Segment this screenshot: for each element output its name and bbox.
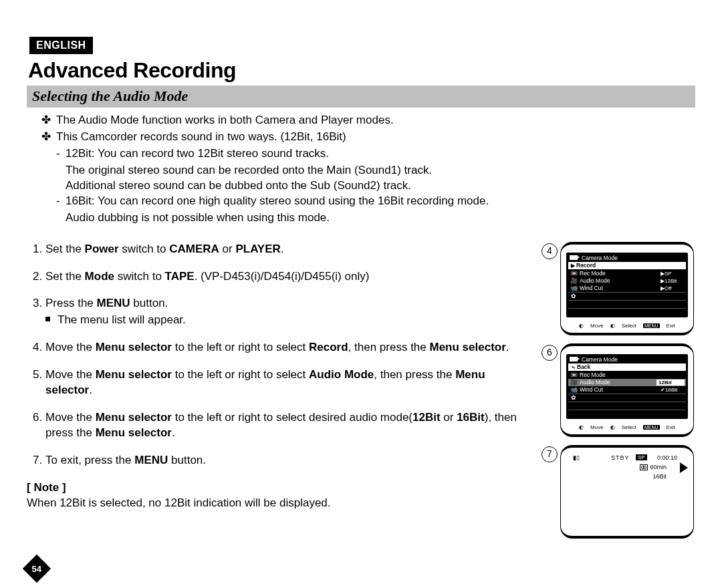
- note-label: [ Note ]: [27, 480, 535, 496]
- lcd-footer: ◐Move ◐Select MENUExit: [561, 323, 693, 329]
- note-text: When 12Bit is selected, no 12Bit indicat…: [27, 496, 535, 511]
- bit-indicator: 16Bit: [652, 473, 667, 480]
- tape-icon: 📼: [570, 372, 578, 378]
- menu-badge-icon: MENU: [643, 425, 660, 430]
- diagram-6: 6 Camera Mode ⤶Back 📼Rec Mode 🎥Audio Mod…: [542, 343, 695, 437]
- step-number-badge: 6: [542, 345, 558, 361]
- cassette-icon: [640, 464, 648, 470]
- lcd-screen: ▮▯ STBY SP 0:00:10 60min 16Bit: [560, 445, 694, 539]
- battery-icon: ▮▯: [573, 454, 580, 461]
- lcd-screen: Camera Mode ▶Record 📼Rec Mode▶SP 🎥Audio …: [560, 242, 694, 335]
- lcd-screen: Camera Mode ⤶Back 📼Rec Mode 🎥Audio Mode1…: [560, 343, 694, 437]
- diagram-7: 7 ▮▯ STBY SP 0:00:10 60min 16Bit: [542, 445, 695, 539]
- step-item: Press the MENU button. The menu list wil…: [45, 296, 535, 328]
- bullet-icon: ✤: [41, 113, 56, 128]
- tape-remaining: 60min: [640, 464, 667, 470]
- step-item: To exit, press the MENU button.: [45, 453, 535, 468]
- camera-icon: [570, 255, 578, 260]
- movie-icon: 🎥: [570, 277, 578, 284]
- sp-badge: SP: [636, 454, 647, 460]
- camcorder-icon: 📹: [570, 285, 578, 291]
- tape-icon: 📼: [570, 270, 578, 277]
- diagram-4: 4 Camera Mode ▶Record 📼Rec Mode▶SP 🎥Audi…: [542, 242, 695, 335]
- intro-block: ✤ The Audio Mode function works in both …: [27, 113, 695, 226]
- gear-icon: ✿: [570, 394, 578, 401]
- gear-icon: ✿: [570, 293, 578, 299]
- language-badge: ENGLISH: [29, 37, 93, 54]
- step-number-badge: 7: [542, 446, 558, 462]
- bullet-icon: ✤: [41, 130, 56, 145]
- play-icon: ▶: [571, 263, 575, 269]
- status-text: STBY: [611, 454, 630, 461]
- diagram-column: 4 Camera Mode ▶Record 📼Rec Mode▶SP 🎥Audi…: [542, 242, 695, 539]
- intro-subline: Audio dubbing is not possible when using…: [41, 210, 695, 226]
- intro-subline: Additional stereo sound can be dubbed on…: [41, 178, 695, 194]
- page-title: Advanced Recording: [28, 58, 695, 83]
- step-subitem: The menu list will appear.: [45, 313, 535, 328]
- page-number-badge: 54: [23, 554, 51, 582]
- step-item: Move the Menu selector to the left or ri…: [45, 340, 535, 355]
- camcorder-icon: 📹: [570, 386, 578, 393]
- intro-subline: 12Bit: You can record two 12Bit stereo s…: [41, 146, 695, 162]
- step-item: Move the Menu selector to the left or ri…: [45, 410, 535, 441]
- select-icon: ◐: [610, 323, 615, 329]
- select-icon: ◐: [610, 424, 615, 430]
- intro-line: The Audio Mode function works in both Ca…: [56, 113, 394, 128]
- menu-badge-icon: MENU: [643, 323, 660, 328]
- intro-line: This Camcorder records sound in two ways…: [56, 130, 346, 145]
- movie-icon: 🎥: [570, 379, 578, 386]
- play-triangle-icon: [680, 462, 688, 473]
- steps-column: Set the Power switch to CAMERA or PLAYER…: [27, 242, 542, 539]
- timecode: 0:00:10: [657, 454, 677, 461]
- step-item: Move the Menu selector to the left or ri…: [45, 368, 535, 398]
- back-icon: ⤶: [571, 364, 576, 370]
- intro-subline: 16Bit: You can record one high quality s…: [41, 194, 695, 209]
- move-icon: ◐: [579, 424, 584, 430]
- intro-subline: The original stereo sound can be recorde…: [41, 163, 695, 178]
- step-number-badge: 4: [542, 243, 558, 259]
- step-item: Set the Mode switch to TAPE. (VP-D453(i)…: [45, 269, 535, 285]
- move-icon: ◐: [579, 323, 584, 329]
- section-heading: Selecting the Audio Mode: [27, 86, 695, 108]
- lcd-footer: ◐Move ◐Select MENUExit: [561, 424, 693, 430]
- camera-icon: [570, 357, 578, 361]
- step-item: Set the Power switch to CAMERA or PLAYER…: [45, 242, 535, 257]
